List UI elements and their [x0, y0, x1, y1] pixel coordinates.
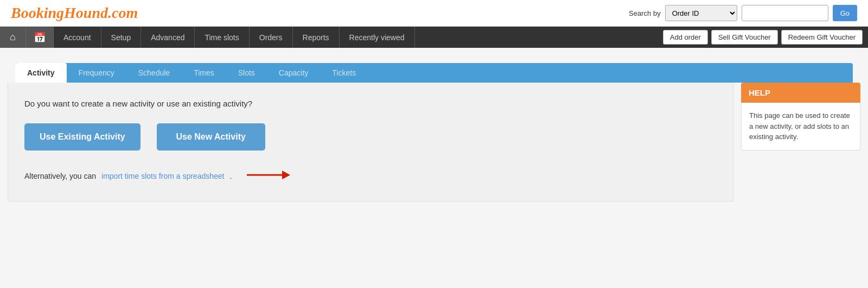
alt-suffix: .: [229, 172, 232, 180]
svg-marker-1: [282, 171, 290, 179]
search-label: Search by: [629, 9, 661, 17]
nav-left: ⌂ 📅 Account Setup Advanced Time slots Or…: [0, 27, 658, 48]
search-input[interactable]: [742, 5, 828, 21]
arrow-indicator: [241, 167, 301, 185]
help-body: This page can be used to create a new ac…: [741, 103, 860, 151]
nav-item-timeslots[interactable]: Time slots: [195, 27, 249, 48]
main-area: Do you want to create a new activity or …: [0, 83, 868, 212]
search-area: Search by Order ID Customer Name Email G…: [629, 5, 857, 21]
nav-item-reports[interactable]: Reports: [293, 27, 340, 48]
use-new-activity-button[interactable]: Use New Activity: [157, 123, 265, 151]
question-text: Do you want to create a new activity or …: [24, 99, 717, 108]
tab-capacity[interactable]: Capacity: [267, 63, 320, 83]
import-spreadsheet-link[interactable]: import time slots from a spreadsheet: [101, 172, 224, 180]
nav-item-orders[interactable]: Orders: [250, 27, 293, 48]
help-header: HELP: [741, 83, 860, 103]
help-box: HELP This page can be used to create a n…: [741, 83, 860, 151]
search-go-button[interactable]: Go: [833, 5, 857, 21]
sell-gift-voucher-button[interactable]: Sell Gift Voucher: [711, 30, 778, 45]
add-order-button[interactable]: Add order: [663, 30, 708, 45]
tab-activity[interactable]: Activity: [15, 63, 67, 83]
home-icon-button[interactable]: ⌂: [0, 27, 26, 48]
redeem-gift-voucher-button[interactable]: Redeem Gift Voucher: [781, 30, 863, 45]
tab-frequency[interactable]: Frequency: [67, 63, 126, 83]
logo-tld: .com: [108, 4, 138, 21]
nav-item-advanced[interactable]: Advanced: [141, 27, 195, 48]
logo: BookingHound.com: [11, 4, 138, 22]
tab-schedule[interactable]: Schedule: [126, 63, 182, 83]
nav-item-setup[interactable]: Setup: [101, 27, 142, 48]
tab-times[interactable]: Times: [182, 63, 226, 83]
nav-right: Add order Sell Gift Voucher Redeem Gift …: [658, 27, 868, 48]
logo-brand: BookingHound: [11, 4, 108, 21]
top-bar: BookingHound.com Search by Order ID Cust…: [0, 0, 868, 27]
nav-item-recently-viewed[interactable]: Recently viewed: [340, 27, 415, 48]
nav-bar: ⌂ 📅 Account Setup Advanced Time slots Or…: [0, 27, 868, 48]
content-box: Do you want to create a new activity or …: [8, 83, 733, 202]
tab-slots[interactable]: Slots: [226, 63, 267, 83]
calendar-icon-button[interactable]: 📅: [26, 27, 54, 48]
page-body: Activity Frequency Schedule Times Slots …: [0, 48, 868, 83]
tab-strip: Activity Frequency Schedule Times Slots …: [15, 63, 853, 83]
nav-item-account[interactable]: Account: [54, 27, 101, 48]
tab-tickets[interactable]: Tickets: [320, 63, 368, 83]
home-icon: ⌂: [10, 32, 16, 43]
search-select[interactable]: Order ID Customer Name Email: [665, 5, 737, 21]
alt-text: Alternatively, you can import time slots…: [24, 167, 717, 185]
alt-prefix: Alternatively, you can: [24, 172, 96, 180]
calendar-icon: 📅: [34, 32, 46, 43]
use-existing-activity-button[interactable]: Use Existing Activity: [24, 123, 141, 151]
button-row: Use Existing Activity Use New Activity: [24, 123, 717, 151]
